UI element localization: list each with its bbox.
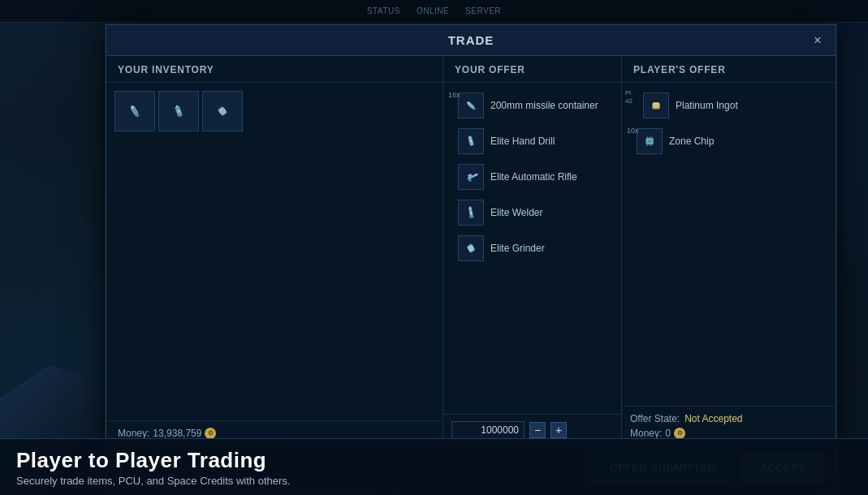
offer-item-5-icon — [462, 239, 480, 257]
inventory-item-2-icon — [169, 101, 188, 121]
inventory-money-label: Money: — [118, 428, 149, 439]
offer-item-3-name: Elite Automatic Rifle — [490, 171, 613, 183]
bottom-banner: Player to Player Trading Securely trade … — [0, 438, 868, 495]
banner-text-group: Player to Player Trading Securely trade … — [16, 448, 290, 487]
offer-item-5-icon-box — [458, 235, 484, 261]
players-offer-item-2-name: Zone Chip — [669, 136, 827, 147]
players-offer-item-1-name: Platinum Ingot — [676, 100, 827, 111]
players-offer-item-2-qty: 10x — [627, 127, 639, 135]
svg-rect-29 — [652, 103, 659, 108]
inventory-money-amount: 13,938,759 — [153, 428, 201, 439]
player-money-label: Money: — [630, 428, 662, 439]
inventory-panel-header: Your Inventory — [106, 56, 443, 83]
player-money-value: 0 — [665, 428, 671, 439]
offer-item-4-name: Elite Welder — [490, 207, 613, 218]
close-button[interactable]: × — [810, 32, 826, 49]
offer-item-2-icon-box — [458, 128, 484, 154]
trade-dialog: Trade × Your Inventory — [106, 24, 836, 490]
banner-title: Player to Player Trading — [16, 448, 290, 473]
players-offer-panel: Player's Offer Pl 42 Platinum Ingot — [622, 56, 836, 446]
players-offer-item-2-icon-box — [637, 128, 663, 154]
inventory-item-2[interactable] — [158, 91, 199, 131]
status-item-1: STATUS — [367, 6, 400, 15]
players-offer-item-1-icon — [647, 97, 665, 114]
players-offer-item-2[interactable]: 10x Zone Chip — [622, 123, 836, 159]
offer-item-4-icon-box — [458, 200, 484, 226]
offer-item-1-qty: 16x — [448, 91, 460, 99]
inventory-item-1-icon — [125, 101, 145, 121]
your-offer-money-input[interactable] — [451, 421, 525, 439]
your-offer-item-3[interactable]: Elite Automatic Rifle — [443, 159, 621, 195]
your-offer-list: 16x 200mm missile container — [443, 83, 621, 414]
your-offer-minus-btn[interactable]: − — [529, 422, 546, 438]
offer-item-1-name: 200mm missile container — [490, 100, 613, 111]
offer-item-3-icon — [462, 168, 480, 186]
players-offer-item-1-icon-box — [643, 93, 669, 118]
status-item-2: ONLINE — [417, 6, 449, 15]
dialog-body: Your Inventory — [106, 56, 836, 446]
offer-state-row: Offer State: Not Accepted — [630, 413, 827, 424]
your-offer-item-2[interactable]: Elite Hand Drill — [443, 123, 621, 159]
offer-state-value: Not Accepted — [684, 413, 742, 424]
your-offer-item-4[interactable]: Elite Welder — [443, 195, 621, 230]
status-item-3: SERVER — [465, 6, 501, 15]
players-offer-item-1[interactable]: Pl 42 Platinum Ingot — [622, 88, 836, 123]
inventory-money-icon: ⊙ — [205, 428, 216, 439]
your-offer-header: Your Offer — [443, 56, 621, 83]
top-bar: STATUS ONLINE SERVER — [0, 0, 868, 23]
player-money-row: Money: 0 ⊙ — [630, 428, 827, 439]
offer-item-2-name: Elite Hand Drill — [490, 136, 613, 147]
status-bar: STATUS ONLINE SERVER — [367, 6, 501, 15]
svg-rect-33 — [647, 140, 652, 143]
offer-item-3-icon-box — [458, 164, 484, 190]
inventory-item-1[interactable] — [114, 91, 155, 131]
your-offer-plus-btn[interactable]: + — [551, 422, 567, 438]
your-offer-panel: Your Offer 16x 200mm miss — [443, 56, 622, 446]
offer-item-2-icon — [462, 132, 480, 150]
offer-item-5-name: Elite Grinder — [490, 243, 613, 254]
offer-item-4-icon — [462, 204, 480, 222]
offer-state-label: Offer State: — [630, 413, 680, 424]
player-money-icon: ⊙ — [674, 428, 685, 439]
svg-rect-31 — [653, 108, 659, 110]
players-offer-list: Pl 42 Platinum Ingot 10x — [622, 83, 836, 406]
offer-item-1-icon — [462, 97, 480, 114]
players-offer-header: Player's Offer — [622, 56, 836, 83]
your-offer-item-1[interactable]: 16x 200mm missile container — [443, 88, 621, 123]
inventory-item-3-icon — [213, 101, 232, 121]
players-offer-item-1-qty: Pl — [625, 89, 631, 97]
dialog-title: Trade — [448, 33, 494, 47]
inventory-grid — [106, 83, 443, 420]
dialog-title-bar: Trade × — [106, 25, 836, 56]
offer-item-1-icon-box — [458, 93, 484, 118]
svg-point-0 — [129, 105, 140, 118]
inventory-panel: Your Inventory — [106, 56, 443, 446]
players-offer-item-2-icon — [641, 132, 659, 150]
svg-rect-30 — [653, 102, 659, 104]
your-offer-item-5[interactable]: Elite Grinder — [443, 230, 621, 266]
banner-subtitle: Securely trade items, PCU, and Space Cre… — [16, 475, 290, 487]
inventory-item-3[interactable] — [202, 91, 243, 131]
